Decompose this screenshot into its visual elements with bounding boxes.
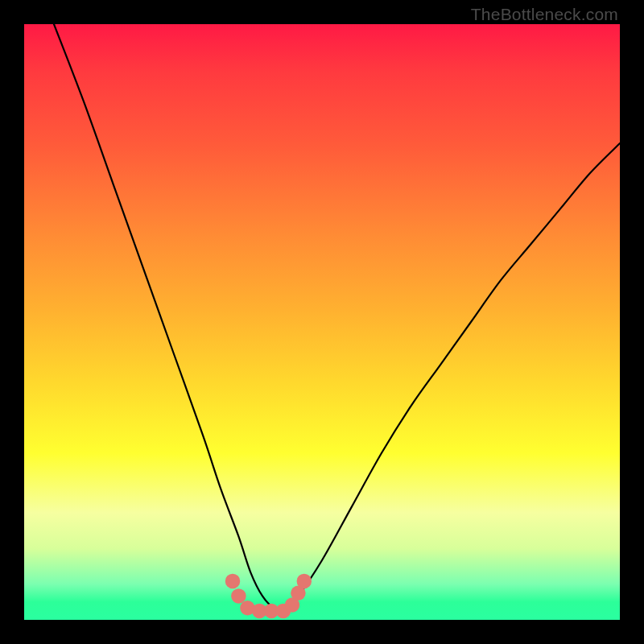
- bottleneck-curve-path: [54, 24, 620, 609]
- trough-markers-group: [225, 574, 312, 619]
- trough-marker: [231, 588, 246, 604]
- attribution-label: TheBottleneck.com: [471, 5, 618, 24]
- trough-marker: [297, 574, 312, 589]
- chart-svg: [24, 24, 620, 620]
- plot-area: [24, 24, 620, 620]
- trough-marker: [225, 574, 241, 589]
- chart-frame: TheBottleneck.com: [0, 0, 644, 644]
